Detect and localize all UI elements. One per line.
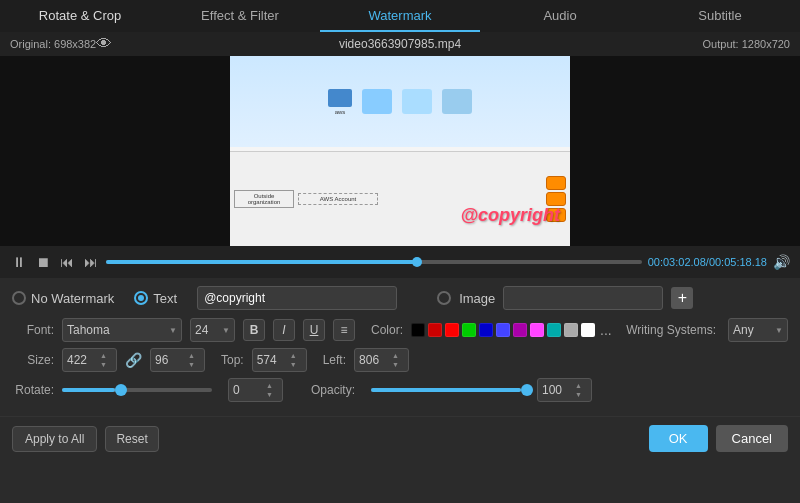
text-watermark-option[interactable]: Text	[134, 291, 177, 306]
tab-effect-filter[interactable]: Effect & Filter	[160, 0, 320, 32]
link-dimensions-icon[interactable]: 🔗	[125, 352, 142, 368]
opacity-up-arrow[interactable]: ▲	[573, 381, 584, 390]
time-display: 00:03:02.08/00:05:18.18	[648, 256, 767, 268]
bold-button[interactable]: B	[243, 319, 265, 341]
rotate-label: Rotate:	[12, 383, 54, 397]
rotate-slider[interactable]	[62, 388, 212, 392]
ok-button[interactable]: OK	[649, 425, 708, 452]
height-down-arrow[interactable]: ▼	[186, 360, 197, 369]
width-down-arrow[interactable]: ▼	[98, 360, 109, 369]
video-info-bar: Original: 698x382 👁 video3663907985.mp4 …	[0, 32, 800, 56]
apply-to-all-button[interactable]: Apply to All	[12, 426, 97, 452]
tab-audio[interactable]: Audio	[480, 0, 640, 32]
opacity-input[interactable]	[538, 383, 573, 397]
swatch-red[interactable]	[445, 323, 459, 337]
opacity-slider[interactable]	[371, 388, 521, 392]
size-dropdown[interactable]: 24 ▼	[190, 318, 235, 342]
left-spinbox[interactable]: ▲ ▼	[354, 348, 409, 372]
swatch-dark-red[interactable]	[428, 323, 442, 337]
font-dropdown[interactable]: Tahoma ▼	[62, 318, 182, 342]
rotate-down-arrow[interactable]: ▼	[264, 390, 275, 399]
apply-reset-group: Apply to All Reset	[12, 426, 159, 452]
pause-button[interactable]: ⏸	[10, 252, 28, 272]
rotate-arrows: ▲ ▼	[264, 379, 275, 401]
add-image-button[interactable]: +	[671, 287, 693, 309]
text-watermark-radio[interactable]	[134, 291, 148, 305]
image-watermark-label: Image	[459, 291, 495, 306]
swatch-dark-blue[interactable]	[479, 323, 493, 337]
left-input[interactable]	[355, 353, 390, 367]
watermark-type-row: No Watermark Text Image +	[12, 286, 788, 310]
swatch-teal[interactable]	[547, 323, 561, 337]
height-spinbox[interactable]: ▲ ▼	[150, 348, 205, 372]
writing-systems-dropdown[interactable]: Any ▼	[728, 318, 788, 342]
settings-panel: No Watermark Text Image + Font: Tahoma ▼…	[0, 278, 800, 416]
left-down-arrow[interactable]: ▼	[390, 360, 401, 369]
swatch-green[interactable]	[462, 323, 476, 337]
swatch-blue[interactable]	[496, 323, 510, 337]
swatch-gray[interactable]	[564, 323, 578, 337]
swatch-black[interactable]	[411, 323, 425, 337]
top-input[interactable]	[253, 353, 288, 367]
width-input[interactable]	[63, 353, 98, 367]
image-watermark-radio[interactable]	[437, 291, 451, 305]
video-filename: video3663907985.mp4	[339, 37, 461, 51]
writing-systems-label: Writing Systems:	[626, 323, 716, 337]
progress-fill	[106, 260, 417, 264]
top-label: Top:	[221, 353, 244, 367]
left-up-arrow[interactable]: ▲	[390, 351, 401, 360]
opacity-slider-thumb[interactable]	[521, 384, 533, 396]
progress-bar[interactable]	[106, 260, 642, 264]
prev-button[interactable]: ⏮	[58, 252, 76, 272]
stop-button[interactable]: ⏹	[34, 252, 52, 272]
image-path-input[interactable]	[503, 286, 663, 310]
rotate-spinbox[interactable]: ▲ ▼	[228, 378, 283, 402]
height-up-arrow[interactable]: ▲	[186, 351, 197, 360]
top-spinbox[interactable]: ▲ ▼	[252, 348, 307, 372]
rotate-up-arrow[interactable]: ▲	[264, 381, 275, 390]
underline-button[interactable]: U	[303, 319, 325, 341]
top-down-arrow[interactable]: ▼	[288, 360, 299, 369]
italic-button[interactable]: I	[273, 319, 295, 341]
top-up-arrow[interactable]: ▲	[288, 351, 299, 360]
no-watermark-option[interactable]: No Watermark	[12, 291, 114, 306]
left-arrows: ▲ ▼	[390, 349, 401, 371]
no-watermark-radio[interactable]	[12, 291, 26, 305]
width-up-arrow[interactable]: ▲	[98, 351, 109, 360]
opacity-arrows: ▲ ▼	[573, 379, 584, 401]
reset-button[interactable]: Reset	[105, 426, 158, 452]
left-label: Left:	[323, 353, 346, 367]
controls-bar: ⏸ ⏹ ⏮ ⏭ 00:03:02.08/00:05:18.18 🔊	[0, 246, 800, 278]
tab-rotate-crop[interactable]: Rotate & Crop	[0, 0, 160, 32]
width-arrows: ▲ ▼	[98, 349, 109, 371]
next-button[interactable]: ⏭	[82, 252, 100, 272]
swatch-white[interactable]	[581, 323, 595, 337]
opacity-down-arrow[interactable]: ▼	[573, 390, 584, 399]
tab-watermark[interactable]: Watermark	[320, 0, 480, 32]
swatch-pink[interactable]	[530, 323, 544, 337]
height-input[interactable]	[151, 353, 186, 367]
watermark-preview: @copyright	[460, 205, 560, 226]
volume-icon[interactable]: 🔊	[773, 254, 790, 270]
progress-thumb	[412, 257, 422, 267]
eye-icon[interactable]: 👁	[96, 35, 112, 53]
color-label: Color:	[371, 323, 403, 337]
size-row-label: Size:	[12, 353, 54, 367]
opacity-spinbox[interactable]: ▲ ▼	[537, 378, 592, 402]
strikethrough-button[interactable]: ≡	[333, 319, 355, 341]
more-colors-button[interactable]: ...	[600, 322, 612, 338]
ws-dropdown-arrow: ▼	[775, 326, 783, 335]
rotate-input[interactable]	[229, 383, 264, 397]
swatch-purple[interactable]	[513, 323, 527, 337]
no-watermark-label: No Watermark	[31, 291, 114, 306]
opacity-label: Opacity:	[311, 383, 355, 397]
rotate-slider-thumb[interactable]	[115, 384, 127, 396]
watermark-text-input[interactable]	[197, 286, 397, 310]
top-nav: Rotate & Crop Effect & Filter Watermark …	[0, 0, 800, 32]
tab-subtitle[interactable]: Subtitle	[640, 0, 800, 32]
font-row-label: Font:	[12, 323, 54, 337]
cancel-button[interactable]: Cancel	[716, 425, 788, 452]
video-preview: aws Outside organization AWS Account @co…	[230, 56, 570, 246]
text-watermark-label: Text	[153, 291, 177, 306]
width-spinbox[interactable]: ▲ ▼	[62, 348, 117, 372]
